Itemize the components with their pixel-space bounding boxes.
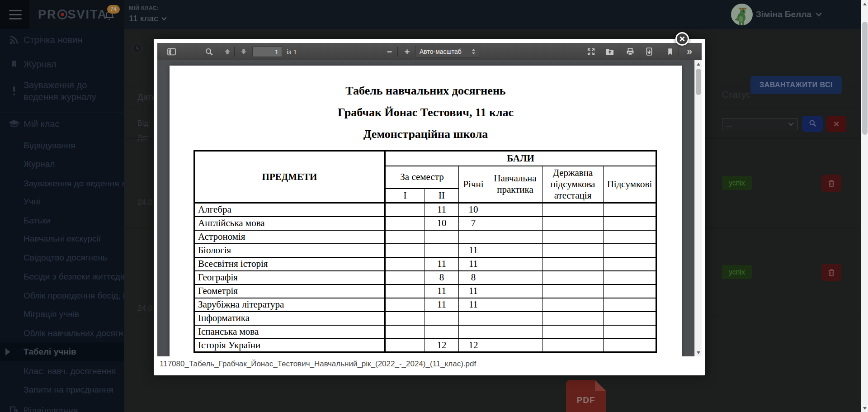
score-cell (385, 284, 425, 298)
col-header-sem2: II (425, 189, 459, 203)
pdf-scrollbar[interactable] (694, 60, 702, 356)
zoom-in-button[interactable] (400, 45, 414, 58)
pdf-filename-bar: 117080_Табель_Грабчак_Йонас_Тестович_Нав… (157, 356, 702, 372)
score-cell: 12 (459, 339, 488, 352)
score-cell (459, 230, 488, 244)
grades-table-row: Англійська мова107 (194, 217, 656, 230)
download-button[interactable] (642, 45, 656, 58)
subject-cell: Географія (194, 271, 385, 284)
more-tools-button[interactable]: » (683, 45, 696, 58)
grades-table-row: Іспанська мова (194, 325, 656, 339)
score-cell (425, 325, 459, 339)
score-cell (459, 325, 488, 339)
score-cell (604, 203, 656, 217)
score-cell: 10 (425, 217, 459, 230)
col-header-final: Підсумкові (604, 166, 656, 203)
zoom-out-button[interactable] (382, 45, 396, 58)
score-cell: 11 (459, 244, 488, 257)
score-cell (604, 339, 656, 352)
score-cell (604, 217, 656, 230)
search-icon (205, 47, 213, 56)
score-cell (488, 203, 542, 217)
scroll-down-icon[interactable] (695, 349, 702, 356)
score-cell (385, 339, 425, 352)
score-cell (542, 244, 604, 257)
grades-table: ПРЕДМЕТИ БАЛИ За семестр Річні Навчальна… (193, 150, 657, 353)
arrow-down-icon (240, 47, 248, 56)
score-cell (385, 244, 425, 257)
open-file-button[interactable] (603, 45, 617, 58)
score-cell (488, 217, 542, 230)
score-cell (425, 312, 459, 325)
col-header-semester: За семестр (385, 166, 459, 189)
select-spinner-icon (471, 48, 476, 55)
find-button[interactable] (202, 45, 216, 58)
score-cell (385, 230, 425, 244)
zoom-scale-select[interactable]: Авто-масштаб (415, 46, 479, 57)
score-cell (385, 203, 425, 217)
sidebar-toggle-icon (167, 47, 176, 57)
score-cell (542, 217, 604, 230)
score-cell (488, 325, 542, 339)
next-page-button[interactable] (237, 45, 250, 58)
page-number-input[interactable] (252, 46, 282, 57)
score-cell: 10 (459, 203, 488, 217)
score-cell (542, 298, 604, 312)
page-scrollbar[interactable] (861, 0, 868, 412)
score-cell (425, 244, 459, 257)
col-header-practice: Навчальна практика (488, 166, 542, 203)
score-cell (542, 312, 604, 325)
grades-table-row: Астрономія (194, 230, 656, 244)
document-school: Демонстраційна школа (170, 119, 682, 141)
score-cell (425, 230, 459, 244)
page-count-label: із 1 (287, 43, 297, 60)
pdf-scrollbar-thumb[interactable] (696, 69, 701, 95)
score-cell (542, 203, 604, 217)
previous-page-button[interactable] (221, 45, 234, 58)
score-cell (488, 271, 542, 284)
presentation-mode-button[interactable] (584, 45, 598, 58)
grades-table-row: Історія України1212 (194, 339, 656, 352)
score-cell (604, 257, 656, 271)
col-header-subjects: ПРЕДМЕТИ (194, 151, 385, 203)
score-cell (542, 284, 604, 298)
score-cell (488, 244, 542, 257)
score-cell (604, 325, 656, 339)
score-cell (604, 284, 656, 298)
open-folder-icon (605, 47, 614, 56)
subject-cell: Алгебра (194, 203, 385, 217)
arrow-up-icon (223, 47, 231, 56)
score-cell (488, 230, 542, 244)
plus-icon (404, 48, 410, 55)
score-cell (604, 244, 656, 257)
score-cell: 11 (425, 284, 459, 298)
grades-table-row: Геометрія1111 (194, 284, 656, 298)
score-cell: 11 (425, 298, 459, 312)
grades-table-row: Інформатика (194, 312, 656, 325)
score-cell (604, 230, 656, 244)
score-cell (542, 257, 604, 271)
grades-table-row: Географія88 (194, 271, 656, 284)
scroll-up-icon[interactable] (861, 0, 868, 8)
pdf-viewer-area: Табель навчальних досягнень Грабчак Йона… (157, 60, 702, 356)
score-cell (542, 230, 604, 244)
bookmark-view-button[interactable] (663, 45, 677, 58)
document-title: Табель навчальних досягнень (170, 66, 682, 98)
score-cell (604, 298, 656, 312)
subject-cell: Всесвітня історія (194, 257, 385, 271)
score-cell (542, 325, 604, 339)
subject-cell: Інформатика (194, 312, 385, 325)
pdf-viewer-modal: із 1 Авто-масштаб (154, 39, 705, 375)
score-cell: 7 (459, 217, 488, 230)
score-cell: 12 (425, 339, 459, 352)
print-button[interactable] (623, 45, 637, 58)
grades-table-row: Біологія11 (194, 244, 656, 257)
scroll-up-icon[interactable] (695, 60, 702, 68)
sidebar-toggle-button[interactable] (165, 45, 178, 58)
close-button[interactable] (675, 32, 689, 46)
page-scrollbar-thumb[interactable] (862, 22, 868, 135)
scroll-down-icon[interactable] (861, 404, 868, 412)
score-cell (542, 271, 604, 284)
subject-cell: Іспанська мова (194, 325, 385, 339)
score-cell: 11 (425, 203, 459, 217)
